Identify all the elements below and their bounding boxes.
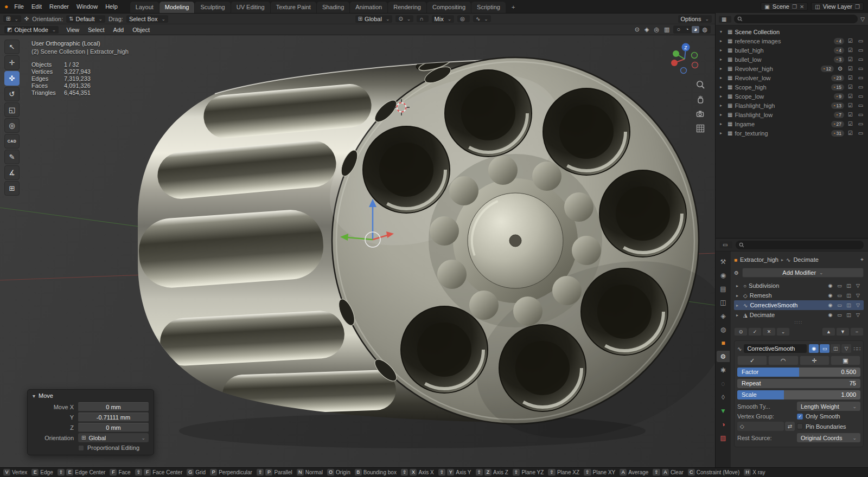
smooth-preview-button[interactable]: ◠ [768, 356, 798, 365]
stack-extras-dropdown[interactable]: ⌄ [776, 327, 790, 336]
screen-icon[interactable]: ▭ [857, 112, 865, 118]
pivot-point-dropdown[interactable]: ⊙ [395, 15, 413, 22]
move-operator-panel[interactable]: ▾ Move Move X0 mmY-0.71111 mmZ0 mm Orien… [27, 389, 154, 455]
workspace-add-button[interactable]: + [506, 2, 520, 13]
modifier-realtime-toggle[interactable]: ▭ [836, 312, 843, 318]
gizmo-z-neg-axis[interactable] [681, 68, 687, 74]
screen-icon[interactable]: ▭ [857, 93, 865, 99]
disclosure-icon[interactable]: ▸ [720, 112, 725, 117]
cad-sketcher-tool[interactable]: CAD [4, 134, 20, 149]
navigation-gizmo[interactable]: Z [667, 41, 702, 75]
shading-material-button[interactable]: ◕ [692, 26, 700, 33]
checkbox-icon[interactable]: ☑ [846, 38, 854, 44]
drag-dropdown[interactable]: Select Box [126, 15, 168, 23]
only-smooth-checkbox[interactable]: ✓ [797, 414, 803, 420]
disclosure-icon[interactable]: ▸ [736, 293, 741, 298]
properties-tab-tool-icon[interactable]: ⚒ [717, 256, 730, 267]
viewport-menu-view[interactable]: View [62, 25, 83, 34]
apply-modifier-button[interactable]: ✓ [737, 356, 767, 365]
checkbox-icon[interactable]: ☑ [846, 112, 854, 118]
checkbox-icon[interactable]: ☑ [846, 75, 854, 81]
properties-editor-type-button[interactable]: ▭ [720, 241, 732, 248]
properties-tab-constraints-icon[interactable]: ◊ [717, 391, 730, 403]
outliner-search-input[interactable] [734, 15, 858, 23]
pan-hand-icon[interactable] [695, 94, 705, 104]
workspace-tab-texture-paint[interactable]: Texture Paint [271, 2, 316, 13]
panel-resize-handle[interactable]: ∷∷ [734, 320, 864, 326]
gizmo-x-axis[interactable] [671, 60, 678, 66]
proportional-editing-checkbox[interactable]: ✓ [78, 445, 84, 451]
screen-icon[interactable]: ▭ [857, 130, 865, 136]
proportional-falloff-dropdown[interactable]: ∿ [473, 15, 491, 22]
annotate-tool[interactable]: ✎ [4, 150, 20, 164]
snap-target-dropdown[interactable]: Mix [432, 15, 455, 23]
new-scene-icon[interactable]: ❐ [792, 4, 797, 10]
invert-vertex-group-button[interactable]: ⇄ [785, 422, 795, 431]
new-view-layer-icon[interactable]: ❐ [855, 4, 860, 10]
properties-tab-particles-icon[interactable]: ✱ [717, 364, 730, 376]
copy-modifier-button[interactable]: ▣ [831, 356, 860, 365]
show-overlays-dropdown[interactable]: ◎ [653, 26, 660, 33]
disclosure-icon[interactable]: ▸ [720, 85, 725, 89]
disclosure-icon[interactable]: ▸ [720, 38, 725, 43]
move-field-value[interactable]: 0 mm [78, 423, 149, 432]
move-tool[interactable]: ✜ [4, 71, 20, 86]
properties-tab-scene-icon[interactable]: ◈ [717, 310, 730, 321]
modifier-row-subdivision[interactable]: ▸○Subdivision◉▭◫▽ [734, 281, 864, 291]
camera-view-icon[interactable] [695, 109, 705, 119]
outliner-item[interactable]: ▸▦Scope_low▪9☑▭ [716, 92, 868, 101]
screen-icon[interactable]: ▭ [857, 56, 865, 62]
workspace-tab-uv-editing[interactable]: UV Editing [231, 2, 270, 13]
screen-icon[interactable]: ▭ [857, 102, 865, 108]
outliner-item[interactable]: ▸▦reference images▪4☑▭ [716, 36, 868, 46]
menu-file[interactable]: File [10, 2, 28, 11]
shading-wireframe-button[interactable]: ○ [674, 26, 682, 33]
workspace-tab-layout[interactable]: Layout [130, 2, 159, 13]
screen-icon[interactable]: ▭ [857, 66, 865, 72]
detail-render-toggle[interactable]: ◉ [809, 344, 819, 353]
modifier-render-toggle[interactable]: ◉ [827, 283, 834, 288]
tweak-select-tool[interactable]: ↖ [4, 40, 20, 54]
modifier-realtime-toggle[interactable]: ▭ [836, 302, 843, 308]
move-modifier-up[interactable]: ▲ [822, 327, 835, 336]
pin-boundaries-checkbox[interactable]: ✓ [797, 423, 803, 429]
outliner-item[interactable]: ▸▦Revolver_low▪23☑▭ [716, 73, 868, 82]
detail-realtime-toggle[interactable]: ▭ [820, 344, 829, 353]
show-gizmo-button[interactable]: ◈ [643, 26, 650, 33]
rotate-tool[interactable]: ↺ [4, 87, 20, 101]
editor-type-button[interactable]: ⊞ [3, 15, 21, 22]
checkbox-icon[interactable]: ☑ [846, 66, 854, 72]
workspace-tab-animation[interactable]: Animation [350, 2, 387, 13]
scale-tool[interactable]: ◱ [4, 102, 20, 117]
outliner-item[interactable]: ▸▦for_texturing▪31☑▭ [716, 128, 868, 138]
remove-all-button[interactable]: ✕ [762, 327, 776, 336]
checkbox-icon[interactable]: ☑ [846, 130, 854, 136]
screen-icon[interactable]: ▭ [857, 84, 865, 90]
toggle-grid-icon[interactable] [695, 124, 705, 133]
zoom-icon[interactable] [695, 80, 705, 89]
outliner-item[interactable]: ▸▦Ingame▪27☑▭ [716, 119, 868, 128]
proportional-editing-button[interactable]: ◎ [457, 15, 470, 22]
viewport-menu-select[interactable]: Select [84, 25, 108, 34]
workspace-tab-modeling[interactable]: Modeling [159, 2, 195, 13]
disclosure-icon[interactable]: ▸ [720, 131, 725, 136]
pin-icon[interactable]: ⌖ [860, 256, 864, 263]
viewport-menu-object[interactable]: Object [129, 25, 154, 34]
repeat-field[interactable]: Repeat 75 [737, 379, 860, 388]
outliner-item[interactable]: ▸▦Flashlight_low▪7☑▭ [716, 110, 868, 119]
add-cube-tool[interactable]: ⊞ [4, 181, 20, 196]
measure-tool[interactable]: ∡ [4, 165, 20, 180]
orientation-dropdown[interactable]: ⇅ Default [66, 15, 105, 23]
outliner-scene-collection[interactable]: ▾ ▦ Scene Collection [716, 27, 868, 36]
blender-logo-icon[interactable]: ● [4, 3, 8, 10]
transform-tool[interactable]: ◎ [4, 118, 20, 133]
outliner-item[interactable]: ▸▦Revolver_high▪12⊙☑▭ [716, 64, 868, 73]
checkbox-icon[interactable]: ☑ [846, 121, 854, 127]
properties-tab-render-icon[interactable]: ◉ [717, 269, 730, 281]
scene-selector[interactable]: ▣ Scene ❐ ✕ [761, 2, 808, 11]
remove-modifier-button[interactable]: − [850, 327, 864, 336]
toggle-all-visibility[interactable]: ⊙ [734, 327, 748, 336]
3d-viewport[interactable]: ↖✛✜↺◱◎CAD✎∡⊞ User Orthographic (Local) (… [0, 35, 715, 467]
workspace-tab-rendering[interactable]: Rendering [388, 2, 426, 13]
modifier-realtime-toggle[interactable]: ▭ [836, 283, 843, 288]
